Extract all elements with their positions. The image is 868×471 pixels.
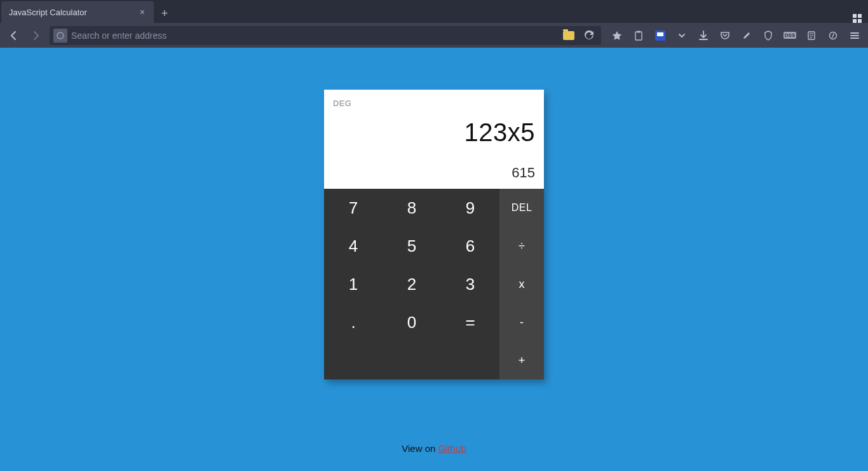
script-icon[interactable] <box>824 26 843 45</box>
back-button[interactable] <box>4 26 24 45</box>
result-display: 615 <box>333 165 535 181</box>
edit-icon[interactable] <box>737 26 756 45</box>
key-4[interactable]: 4 <box>324 227 383 265</box>
css-badge-icon[interactable]: DSS <box>780 26 799 45</box>
window-group-icon[interactable] <box>853 9 862 23</box>
save-disk-icon[interactable] <box>651 26 670 45</box>
page-content: DEG 123x5 615 7 8 9 DEL 4 5 6 ÷ 1 2 3 x … <box>0 48 868 471</box>
key-multiply[interactable]: x <box>499 265 544 303</box>
key-1[interactable]: 1 <box>324 265 383 303</box>
svg-rect-2 <box>637 31 641 32</box>
key-2[interactable]: 2 <box>383 265 441 303</box>
svg-point-0 <box>57 32 64 39</box>
reader-icon[interactable] <box>802 26 821 45</box>
key-subtract[interactable]: - <box>499 303 544 341</box>
calculator: DEG 123x5 615 7 8 9 DEL 4 5 6 ÷ 1 2 3 x … <box>324 90 544 379</box>
bookmark-icon[interactable] <box>607 26 627 45</box>
tab-strip: JavaScript Calculator × + <box>0 0 868 23</box>
new-tab-button[interactable]: + <box>154 4 175 23</box>
site-identity-icon[interactable] <box>53 29 67 43</box>
forward-button[interactable] <box>25 26 46 45</box>
footer-text: View on <box>402 443 438 454</box>
browser-toolbar: DSS <box>0 23 868 48</box>
url-bar <box>50 26 601 45</box>
calculator-keypad: 7 8 9 DEL 4 5 6 ÷ 1 2 3 x . 0 = - + <box>324 189 544 379</box>
pocket-icon[interactable] <box>715 26 735 45</box>
key-5[interactable]: 5 <box>383 227 441 265</box>
calculator-display: DEG 123x5 615 <box>324 90 544 189</box>
key-decimal[interactable]: . <box>324 303 383 341</box>
downloads-icon[interactable] <box>694 26 713 45</box>
folder-icon[interactable] <box>560 26 577 45</box>
reload-button[interactable] <box>581 26 597 45</box>
hamburger-menu-icon[interactable] <box>845 26 864 45</box>
address-input[interactable] <box>71 31 557 41</box>
key-3[interactable]: 3 <box>441 265 499 303</box>
angle-mode-label[interactable]: DEG <box>333 99 535 108</box>
key-9[interactable]: 9 <box>441 189 499 227</box>
keypad-spacer <box>324 341 499 379</box>
toolbar-extensions: DSS <box>607 26 864 45</box>
browser-tab[interactable]: JavaScript Calculator × <box>1 1 154 23</box>
tab-close-icon[interactable]: × <box>137 6 147 18</box>
key-equals[interactable]: = <box>441 303 499 341</box>
key-7[interactable]: 7 <box>324 189 383 227</box>
footer: View on Github <box>402 443 466 454</box>
key-divide[interactable]: ÷ <box>499 227 544 265</box>
tab-title: JavaScript Calculator <box>9 8 137 17</box>
key-8[interactable]: 8 <box>383 189 441 227</box>
chevron-down-icon[interactable] <box>672 26 691 45</box>
key-6[interactable]: 6 <box>441 227 499 265</box>
clipboard-icon[interactable] <box>629 26 648 45</box>
key-delete[interactable]: DEL <box>499 189 544 227</box>
expression-display: 123x5 <box>333 118 535 147</box>
key-0[interactable]: 0 <box>383 303 441 341</box>
shield-icon[interactable] <box>759 26 778 45</box>
github-link[interactable]: Github <box>438 443 466 454</box>
key-add[interactable]: + <box>499 341 544 379</box>
svg-rect-1 <box>635 32 642 40</box>
